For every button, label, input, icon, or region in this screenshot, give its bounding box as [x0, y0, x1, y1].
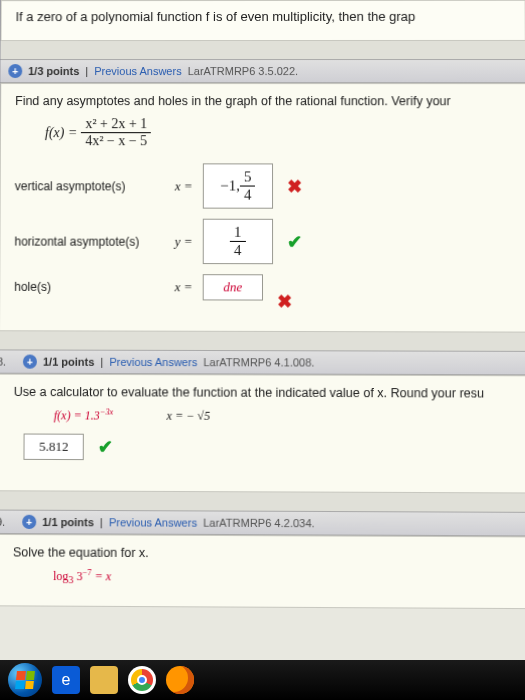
question8-number: 8. — [0, 355, 6, 367]
question8-prompt: Use a calculator to evaluate the functio… — [14, 385, 513, 401]
hole-label: hole(s) — [14, 280, 164, 294]
denominator: 4x² − x − 5 — [81, 133, 151, 149]
expand-icon[interactable]: + — [22, 515, 36, 529]
question9-body: Solve the equation for x. log3 3−7 = x — [0, 534, 525, 610]
correct-icon: ✔ — [287, 230, 302, 252]
divider — [0, 41, 525, 59]
previous-answers-link[interactable]: Previous Answers — [94, 65, 181, 77]
fx-label: f(x) = — [45, 125, 77, 141]
q8-fx: f(x) = 1.3 — [54, 408, 100, 422]
va-answer-prefix: −1, — [220, 177, 240, 194]
ha-answer-input[interactable]: 1 4 — [203, 219, 273, 265]
divider — [0, 491, 525, 512]
q8-exp: −3x — [100, 407, 114, 416]
windows-icon — [15, 671, 35, 689]
hole-eq: x = — [175, 279, 193, 295]
question8-body: Use a calculator to evaluate the functio… — [0, 374, 525, 494]
wrong-icon: ✖ — [277, 290, 292, 312]
question-ref: LarATRMRP6 4.1.008. — [203, 356, 314, 368]
horizontal-asymptote-row: horizontal asymptote(s) y = 1 4 ✔ — [14, 218, 511, 264]
question9-prompt: Solve the equation for x. — [13, 545, 513, 562]
question7-body: Find any asymptotes and holes in the gra… — [0, 83, 525, 333]
points-label: 1/1 points — [42, 516, 94, 528]
question7-function: f(x) = x² + 2x + 1 4x² − x − 5 — [45, 116, 511, 149]
expand-icon[interactable]: + — [23, 355, 37, 369]
wrong-icon: ✖ — [287, 175, 302, 197]
previous-answers-link[interactable]: Previous Answers — [109, 356, 197, 368]
question-ref: LarATRMRP6 3.5.022. — [188, 65, 299, 77]
chrome-icon[interactable] — [128, 666, 156, 694]
divider — [0, 331, 525, 351]
numerator: x² + 2x + 1 — [81, 116, 151, 133]
points-label: 1/1 points — [43, 356, 95, 368]
function-fraction: x² + 2x + 1 4x² − x − 5 — [81, 116, 151, 149]
question7-header: + 1/3 points | Previous Answers LarATRMR… — [0, 59, 525, 83]
ha-answer-frac: 1 4 — [230, 224, 246, 259]
question-ref: LarATRMRP6 4.2.034. — [203, 517, 315, 530]
firefox-icon[interactable] — [166, 666, 194, 694]
windows-taskbar: e — [0, 660, 525, 700]
points-label: 1/3 points — [28, 65, 79, 77]
hole-answer-input[interactable]: dne — [202, 274, 262, 300]
holes-row: hole(s) x = dne ✖ — [14, 274, 512, 301]
q8-answer-input[interactable]: 5.812 — [23, 434, 83, 461]
question9-equation: log3 3−7 = x — [53, 568, 513, 588]
previous-answers-link[interactable]: Previous Answers — [109, 516, 197, 529]
ie-icon[interactable]: e — [52, 666, 80, 694]
q8-answer-row: 5.812 ✔ — [23, 434, 512, 462]
question8-header: + 1/1 points | Previous Answers LarATRMR… — [0, 349, 525, 375]
start-button[interactable] — [8, 663, 42, 697]
statement-text: If a zero of a polynomial function f is … — [16, 9, 416, 24]
va-answer-frac: 5 4 — [240, 168, 256, 203]
expand-icon[interactable]: + — [8, 64, 22, 78]
explorer-icon[interactable] — [90, 666, 118, 694]
va-answer-input[interactable]: −1, 5 4 — [203, 163, 273, 208]
context-statement: If a zero of a polynomial function f is … — [0, 0, 525, 41]
vertical-asymptote-row: vertical asymptote(s) x = −1, 5 4 ✖ — [15, 163, 512, 209]
question7-prompt: Find any asymptotes and holes in the gra… — [15, 94, 511, 108]
correct-icon: ✔ — [98, 436, 113, 458]
ha-eq: y = — [175, 233, 193, 249]
question8-function: f(x) = 1.3−3x x = − √5 — [54, 407, 513, 425]
question9-header: + 1/1 points | Previous Answers LarATRMR… — [0, 510, 525, 537]
q8-xval: x = − √5 — [167, 409, 210, 423]
ha-label: horizontal asymptote(s) — [14, 234, 164, 248]
question9-number: 9. — [0, 516, 5, 528]
va-eq: x = — [175, 178, 193, 194]
va-label: vertical asymptote(s) — [15, 179, 165, 193]
